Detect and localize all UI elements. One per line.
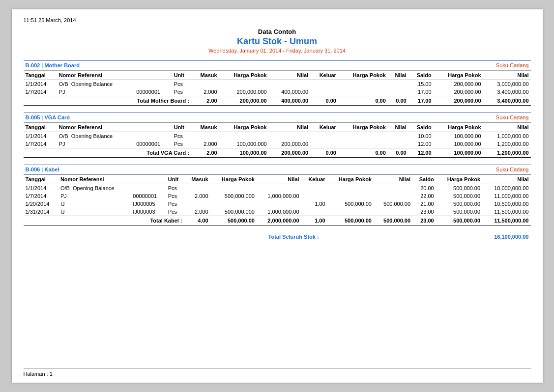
- section-header: B-002 | Mother Board Suku Cadang: [24, 60, 531, 70]
- col-nilai-out: Nilai: [374, 175, 412, 184]
- ref-no: [131, 184, 166, 193]
- cell-tanggal: 1/31/2014: [24, 208, 58, 216]
- col-harga-pokok-bal: Harga Pokok: [436, 175, 482, 184]
- ref-type: IJ: [58, 200, 131, 208]
- table-row: 1/7/2014 PJ00000001 Pcs 2.000 100,000.00…: [24, 140, 531, 148]
- cell-tanggal: 1/1/2014: [24, 184, 58, 193]
- total-nilai-bal: 11,500,000.00: [482, 216, 530, 225]
- total-row: Total Kabel : 4.00 500,000.00 2,000,000.…: [24, 216, 531, 225]
- sections-container: B-002 | Mother Board Suku Cadang Tanggal…: [24, 60, 531, 225]
- cell-tanggal: 1/7/2014: [24, 88, 57, 96]
- col-keluar: Keluar: [310, 123, 338, 132]
- cell-tanggal: 1/1/2014: [24, 80, 57, 88]
- cell-harga-pokok-in: [219, 132, 269, 140]
- col-harga-pokok-in: Harga Pokok: [219, 123, 269, 132]
- total-label: Total Kabel :: [24, 216, 184, 225]
- section-name: Kabel: [44, 167, 59, 172]
- cell-harga-pokok-out: [327, 192, 374, 200]
- col-masuk: Masuk: [184, 175, 210, 184]
- col-nilai-out: Nilai: [388, 123, 408, 132]
- col-masuk: Masuk: [191, 123, 219, 132]
- col-harga-pokok-out: Harga Pokok: [338, 71, 388, 80]
- ref-type: IJ: [58, 208, 131, 216]
- timestamp: 11:51 25 March, 2014: [24, 17, 531, 23]
- col-nilai-in: Nilai: [269, 123, 311, 132]
- section-name: VGA Card: [44, 114, 70, 120]
- cell-masuk: 2.000: [184, 192, 210, 200]
- grand-total-table: Total Seluruh Stok : 16,100,000.00: [24, 232, 531, 241]
- col-nilai-bal: Nilai: [483, 123, 531, 132]
- col-harga-pokok-in: Harga Pokok: [219, 71, 269, 80]
- ref-no: 00000001: [134, 88, 172, 96]
- cell-harga-pokok-out: [338, 140, 388, 148]
- cell-tanggal: 1/7/2014: [24, 192, 58, 200]
- cell-nilai-out: [388, 132, 408, 140]
- cell-harga-pokok-in: [210, 200, 257, 208]
- cell-harga-pokok-bal: 500,000.00: [436, 200, 482, 208]
- total-harga-pokok-in: 200,000.00: [219, 96, 269, 106]
- cell-harga-pokok-in: 200,000.000: [219, 88, 269, 96]
- grand-total-label: Total Seluruh Stok :: [24, 232, 321, 241]
- total-harga-pokok-out: 500,000.00: [327, 216, 374, 225]
- total-saldo: 12.00: [408, 148, 434, 158]
- ref-type: O/B Opening Balance: [57, 132, 135, 140]
- cell-harga-pokok-out: [327, 184, 374, 193]
- cell-nilai-bal: 3,400,000.00: [483, 88, 531, 96]
- total-keluar: 0.00: [310, 148, 338, 158]
- total-harga-pokok-out: 0.00: [338, 148, 388, 158]
- total-nilai-in: 2,000,000.00: [257, 216, 301, 225]
- cell-unit: Pcs: [166, 192, 184, 200]
- total-row: Total Mother Board : 2.00 200,000.00 400…: [24, 96, 531, 106]
- cell-harga-pokok-out: [338, 88, 388, 96]
- col-nilai-out: Nilai: [388, 71, 408, 80]
- cell-unit: Pcs: [166, 208, 184, 216]
- table-row: 1/20/2014 IJIJ000005 Pcs 1.00 500,000.00…: [24, 200, 531, 208]
- cell-masuk: 2.000: [191, 88, 219, 96]
- total-nilai-out: 500,000.00: [374, 216, 412, 225]
- col-harga-pokok-in: Harga Pokok: [210, 175, 257, 184]
- cell-harga-pokok-out: [327, 208, 374, 216]
- company-name: Data Contoh: [24, 28, 531, 35]
- total-masuk: 2.00: [191, 96, 219, 106]
- section-code: B-005: [26, 114, 40, 120]
- total-nilai-out: 0.00: [388, 148, 408, 158]
- cell-keluar: [310, 80, 338, 88]
- cell-unit: Pcs: [172, 88, 191, 96]
- col-tanggal: Tanggal: [24, 175, 58, 184]
- total-nilai-out: 0.00: [388, 96, 408, 106]
- cell-unit: Pcs: [172, 132, 191, 140]
- cell-saldo: 21.00: [412, 200, 436, 208]
- section-header: B-006 | Kabel Suku Cadang: [24, 165, 531, 174]
- section-header: B-005 | VGA Card Suku Cadang: [24, 112, 531, 122]
- total-harga-pokok-bal: 500,000.00: [436, 216, 482, 225]
- cell-nilai-bal: 11,000,000.00: [482, 192, 530, 200]
- cell-harga-pokok-bal: 200,000.00: [434, 80, 483, 88]
- cell-masuk: 2.000: [184, 208, 210, 216]
- cell-saldo: 20.00: [412, 184, 436, 193]
- cell-nilai-in: [257, 200, 301, 208]
- cell-nilai-out: [388, 80, 408, 88]
- total-saldo: 23.00: [412, 216, 436, 225]
- col-tanggal: Tanggal: [24, 71, 57, 80]
- cell-unit: Pcs: [166, 200, 184, 208]
- cell-saldo: 10.00: [408, 132, 434, 140]
- cell-harga-pokok-in: 500,000.000: [210, 208, 257, 216]
- total-harga-pokok-out: 0.00: [338, 96, 388, 106]
- cell-harga-pokok-in: 500,000.000: [210, 192, 257, 200]
- col-nilai-in: Nilai: [269, 71, 311, 80]
- section-code: B-006: [26, 167, 40, 172]
- table-row: 1/1/2014 O/B Opening Balance Pcs 10.00 1…: [24, 132, 531, 140]
- cell-nilai-out: 500,000.00: [374, 200, 412, 208]
- cell-keluar: [310, 140, 338, 148]
- total-harga-pokok-bal: 100,000.00: [434, 148, 483, 158]
- cell-harga-pokok-out: [338, 80, 388, 88]
- cell-keluar: 1.00: [301, 200, 327, 208]
- total-label: Total VGA Card :: [24, 148, 192, 158]
- cell-harga-pokok-bal: 100,000.00: [434, 132, 483, 140]
- ref-no: 00000001: [131, 192, 166, 200]
- cell-nilai-in: [269, 80, 311, 88]
- cell-nilai-in: 1,000,000.00: [257, 208, 301, 216]
- cell-nilai-in: [257, 184, 301, 193]
- section-name: Mother Board: [44, 62, 80, 68]
- cell-harga-pokok-in: [219, 80, 269, 88]
